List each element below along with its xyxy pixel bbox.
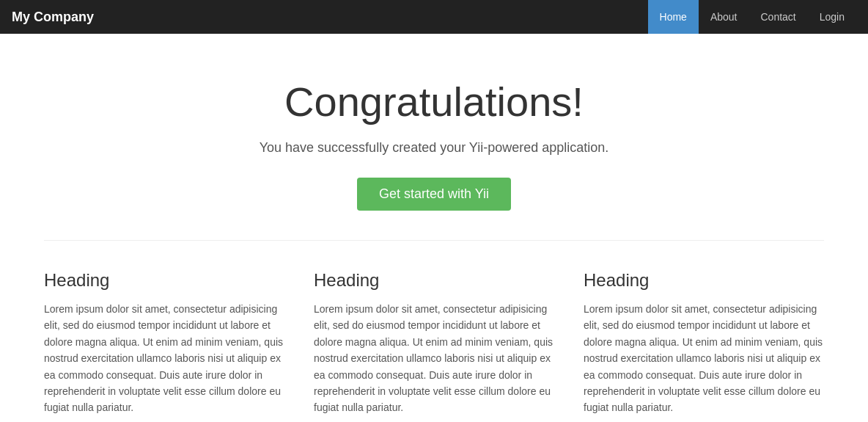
get-started-button[interactable]: Get started with Yii <box>357 178 511 211</box>
navbar: My Company Home About Contact Login <box>0 0 868 34</box>
hero-title: Congratulations! <box>15 78 853 125</box>
column-2-heading: Heading <box>314 270 554 291</box>
column-3-heading: Heading <box>584 270 824 291</box>
nav-brand[interactable]: My Company <box>12 10 94 25</box>
nav-link-contact[interactable]: Contact <box>749 0 807 34</box>
column-1: Heading Lorem ipsum dolor sit amet, cons… <box>44 270 284 422</box>
hero-section: Congratulations! You have successfully c… <box>0 34 868 240</box>
nav-item-about: About <box>699 0 749 34</box>
hero-subtitle: You have successfully created your Yii-p… <box>15 140 853 156</box>
nav-link-home[interactable]: Home <box>648 0 699 34</box>
nav-links: Home About Contact Login <box>648 0 856 34</box>
nav-link-login[interactable]: Login <box>808 0 856 34</box>
section-divider <box>44 240 824 241</box>
column-3: Heading Lorem ipsum dolor sit amet, cons… <box>584 270 824 422</box>
column-2: Heading Lorem ipsum dolor sit amet, cons… <box>314 270 554 422</box>
columns-section: Heading Lorem ipsum dolor sit amet, cons… <box>0 255 868 422</box>
column-1-heading: Heading <box>44 270 284 291</box>
nav-item-login: Login <box>808 0 856 34</box>
nav-item-contact: Contact <box>749 0 807 34</box>
column-3-body: Lorem ipsum dolor sit amet, consectetur … <box>584 301 824 416</box>
nav-item-home: Home <box>648 0 699 34</box>
column-2-body: Lorem ipsum dolor sit amet, consectetur … <box>314 301 554 416</box>
nav-link-about[interactable]: About <box>699 0 749 34</box>
column-1-body: Lorem ipsum dolor sit amet, consectetur … <box>44 301 284 416</box>
